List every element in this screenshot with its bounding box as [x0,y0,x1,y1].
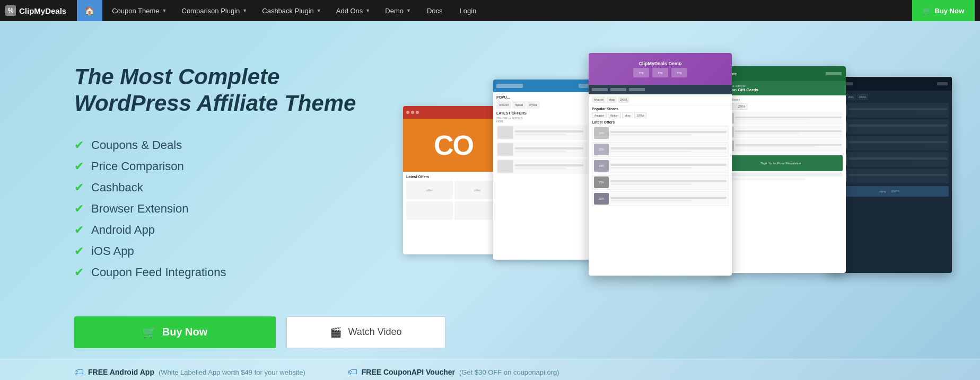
chevron-down-icon: ▼ [162,8,167,13]
feature-label: Android App [91,223,155,237]
chevron-down-icon: ▼ [317,8,321,13]
feature-label: iOS App [91,244,134,258]
feature-list: ✔ Coupons & Deals ✔ Price Comparison ✔ C… [74,138,382,279]
hero-content: The Most Complete WordPress Affiliate Th… [0,21,980,306]
checkmark-icon: ✔ [74,202,84,216]
feature-label: Cashback [91,181,143,195]
feature-item: ✔ Browser Extension [74,202,382,216]
nav-login[interactable]: Login [451,0,485,21]
nav-docs[interactable]: Docs [418,0,451,21]
hero-title: The Most Complete WordPress Affiliate Th… [74,64,382,117]
cart-icon: 🛒 [923,7,931,15]
brand-logo[interactable]: % ClipMyDeals [5,5,66,16]
screenshot-main: ClipMyDeals Demo Img Img Img [589,53,732,276]
screenshot-blue: POPU... Amazon flipkart myntra LATEST OF… [493,79,605,260]
brand-icon: % [5,5,16,16]
checkmark-icon: ✔ [74,181,84,195]
screenshot-teal: cuponate Activate & earn on Amazon Gift … [716,66,846,273]
feature-label: Coupons & Deals [91,138,182,152]
hero-cta: 🛒 Buy Now 🎬 Watch Video [74,316,980,359]
nav-add-ons[interactable]: Add Ons ▼ [329,0,378,21]
feature-label: Price Comparison [91,160,184,173]
chevron-down-icon: ▼ [365,8,370,13]
checkmark-icon: ✔ [74,266,84,279]
hero-section: The Most Complete WordPress Affiliate Th… [0,21,980,380]
home-button[interactable]: 🏠 [77,0,102,21]
feature-item: ✔ Android App [74,223,382,237]
nav-items: Coupon Theme ▼ Comparison Plugin ▼ Cashb… [104,0,908,21]
tag-icon: 🏷 [74,367,84,378]
screenshot-stack: CO Latest Offers offer offer [403,53,906,276]
chevron-down-icon: ▼ [242,8,247,13]
feature-item: ✔ Price Comparison [74,160,382,173]
nav-coupon-theme[interactable]: Coupon Theme ▼ [104,0,174,21]
feature-item: ✔ Cashback [74,181,382,195]
feature-item: ✔ iOS App [74,244,382,258]
screenshot-orange: CO Latest Offers offer offer [403,106,504,254]
couponapi-badge: 🏷 FREE CouponAPI Voucher (Get $30 OFF on… [348,367,559,378]
cart-icon: 🛒 [143,326,156,339]
hero-left: The Most Complete WordPress Affiliate Th… [74,53,382,295]
watch-video-button[interactable]: 🎬 Watch Video [286,316,445,348]
feature-item: ✔ Coupons & Deals [74,138,382,152]
checkmark-icon: ✔ [74,244,84,258]
navbar-buy-now-button[interactable]: 🛒 Buy Now [912,0,975,21]
checkmark-icon: ✔ [74,138,84,152]
screenshot-dark: Lazprice ebay ZARA [827,77,952,273]
brand-name: ClipMyDeals [19,6,66,15]
tag-icon: 🏷 [348,367,357,378]
navbar: % ClipMyDeals 🏠 Coupon Theme ▼ Compariso… [0,0,980,21]
buy-now-button[interactable]: 🛒 Buy Now [74,316,276,348]
hero-screenshots: CO Latest Offers offer offer [403,53,906,276]
hero-footer-strip: 🏷 FREE Android App (White Labelled App w… [0,359,980,380]
checkmark-icon: ✔ [74,223,84,237]
chevron-down-icon: ▼ [406,8,411,13]
feature-label: Browser Extension [91,202,188,216]
android-app-badge: 🏷 FREE Android App (White Labelled App w… [74,367,305,378]
feature-label: Coupon Feed Integrations [91,266,226,279]
nav-cashback-plugin[interactable]: Cashback Plugin ▼ [255,0,328,21]
feature-item: ✔ Coupon Feed Integrations [74,266,382,279]
checkmark-icon: ✔ [74,160,84,173]
video-icon: 🎬 [330,326,342,338]
nav-comparison-plugin[interactable]: Comparison Plugin ▼ [174,0,255,21]
nav-demo[interactable]: Demo ▼ [378,0,418,21]
